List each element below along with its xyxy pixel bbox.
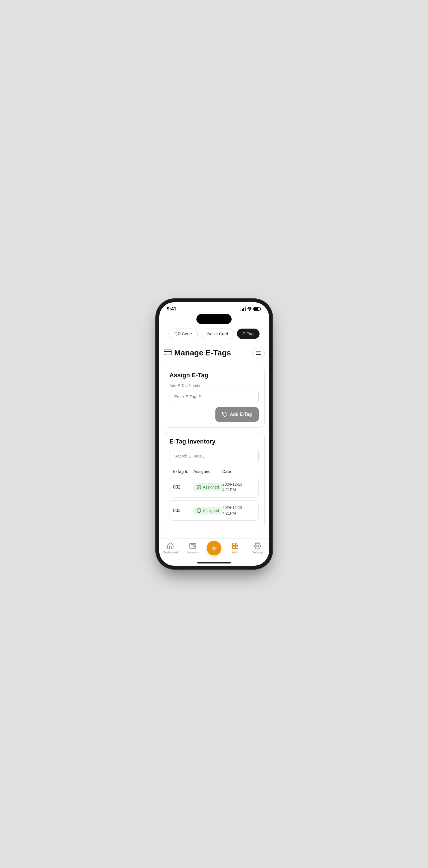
nav-dashboard[interactable]: Dashboard — [162, 542, 179, 554]
col-date: Date — [222, 469, 255, 474]
tab-qr-code[interactable]: QR Code — [168, 329, 198, 339]
credit-card-icon — [164, 349, 171, 357]
nav-setup[interactable]: Setup — [227, 542, 243, 554]
page-header: Manage E-Tags — [164, 346, 265, 360]
nav-sessions-label: Sessions — [186, 551, 199, 554]
check-icon: ✓ — [197, 485, 201, 489]
svg-rect-9 — [235, 543, 238, 546]
menu-line — [256, 352, 261, 353]
svg-rect-10 — [232, 546, 235, 549]
inventory-title: E-Tag Inventory — [170, 438, 259, 445]
add-etag-button[interactable]: Add E-Tag — [216, 407, 259, 422]
page-title: Manage E-Tags — [174, 348, 231, 358]
table-row[interactable]: 002 ✓ Assigned 2024-12-13 4:21PM — [170, 477, 259, 497]
signal-icon — [240, 307, 245, 311]
tab-etag[interactable]: E-Tag — [237, 329, 260, 339]
etag-id-cell: 002 — [173, 485, 194, 490]
home-indicator — [197, 562, 231, 563]
date-cell: 2024-12-13 4:21PM — [222, 505, 255, 516]
dynamic-island — [196, 314, 232, 324]
assign-etag-card: Assign E-Tag Add E-Tag Number Add E-Tag — [164, 366, 265, 428]
status-time: 9:41 — [167, 306, 176, 312]
settings-icon — [254, 542, 261, 550]
search-etags-input[interactable] — [170, 450, 259, 462]
battery-icon — [253, 307, 261, 311]
nav-sessions[interactable]: Sessions — [185, 542, 201, 554]
svg-rect-8 — [232, 543, 235, 546]
plus-icon — [210, 544, 218, 552]
svg-rect-11 — [235, 546, 238, 549]
table-header: E-Tag Id Assigned Date — [170, 467, 259, 476]
table-row[interactable]: 003 ✓ Assigned 2024-12-13 4:21PM — [170, 500, 259, 521]
menu-line — [256, 354, 261, 355]
date-cell: 2024-12-13 4:21PM — [222, 482, 255, 493]
check-icon: ✓ — [197, 508, 201, 513]
status-label: Assigned — [203, 508, 219, 513]
svg-point-0 — [249, 310, 250, 311]
assign-card-title: Assign E-Tag — [170, 372, 259, 379]
tab-bar: QR Code Wallet Card E-Tag — [159, 326, 269, 343]
svg-point-12 — [257, 545, 259, 547]
etag-id-cell: 003 — [173, 508, 194, 513]
col-assigned: Assigned — [193, 469, 222, 474]
menu-line — [256, 351, 261, 351]
nav-settings-label: Settings — [252, 551, 263, 554]
tab-wallet-card[interactable]: Wallet Card — [201, 329, 234, 339]
field-label: Add E-Tag Number — [170, 383, 259, 388]
inventory-card: E-Tag Inventory E-Tag Id Assigned Date 0… — [164, 432, 265, 529]
sessions-icon — [189, 542, 196, 550]
bottom-nav: Dashboard Sessions — [159, 538, 269, 562]
status-bar: 9:41 — [159, 302, 269, 314]
etag-id-input[interactable] — [170, 390, 259, 403]
status-badge: ✓ Assigned — [193, 507, 222, 515]
menu-button[interactable] — [252, 347, 265, 359]
setup-icon — [232, 542, 239, 550]
phone-frame: 9:41 QR Code Wallet Card E-Tag — [159, 302, 269, 566]
nav-dashboard-label: Dashboard — [163, 551, 178, 554]
main-content: Manage E-Tags Assign E-Tag Add E-Tag Num… — [159, 343, 269, 538]
nav-add-button[interactable] — [207, 541, 221, 555]
col-etag-id: E-Tag Id — [173, 469, 194, 474]
nav-settings[interactable]: Settings — [249, 542, 266, 554]
status-label: Assigned — [203, 485, 219, 489]
nav-setup-label: Setup — [231, 551, 239, 554]
status-badge: ✓ Assigned — [193, 483, 222, 491]
wifi-icon — [247, 307, 252, 311]
svg-rect-2 — [164, 351, 171, 352]
tag-icon — [222, 412, 228, 417]
svg-point-5 — [194, 546, 196, 548]
home-icon — [167, 542, 174, 550]
status-icons — [240, 307, 261, 311]
add-etag-label: Add E-Tag — [230, 412, 252, 417]
